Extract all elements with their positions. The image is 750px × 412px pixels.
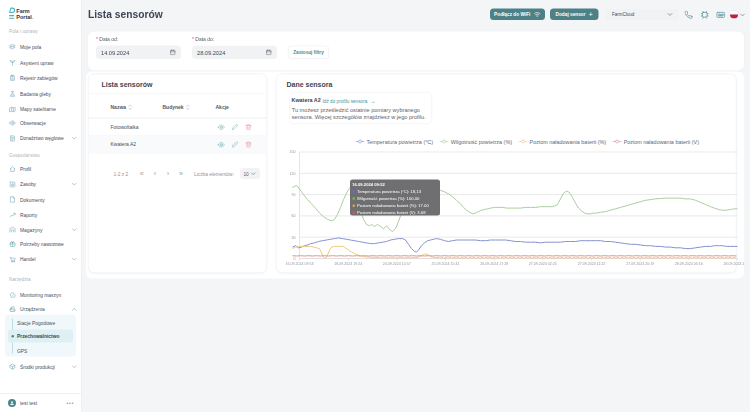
svg-text:26.09.2024 17:28: 26.09.2024 17:28 <box>480 262 508 266</box>
svg-text:Portal.: Portal. <box>16 14 34 20</box>
svg-text:27.09.2024 11:22: 27.09.2024 11:22 <box>578 262 606 266</box>
svg-text:90: 90 <box>292 193 296 197</box>
svg-text:16.09.2024 09:53: 16.09.2024 09:53 <box>286 262 314 266</box>
svg-text:Farm: Farm <box>16 8 30 14</box>
svg-text:27.09.2024 02:25: 27.09.2024 02:25 <box>529 262 557 266</box>
svg-text:24.09.2024 10:57: 24.09.2024 10:57 <box>383 262 411 266</box>
svg-text:18.09.2024 19:24: 18.09.2024 19:24 <box>334 262 362 266</box>
svg-text:28.09.2024 05:16: 28.09.2024 05:16 <box>675 262 703 266</box>
svg-text:150: 150 <box>290 150 296 154</box>
svg-text:120: 120 <box>290 172 296 176</box>
svg-text:60: 60 <box>292 214 296 218</box>
svg-text:27.09.2024 20:19: 27.09.2024 20:19 <box>626 262 654 266</box>
svg-text:25.09.2024 15:41: 25.09.2024 15:41 <box>432 262 460 266</box>
svg-text:28.09.2024 14:13: 28.09.2024 14:13 <box>724 262 745 266</box>
svg-text:30: 30 <box>292 236 296 240</box>
svg-text:0: 0 <box>294 257 296 261</box>
